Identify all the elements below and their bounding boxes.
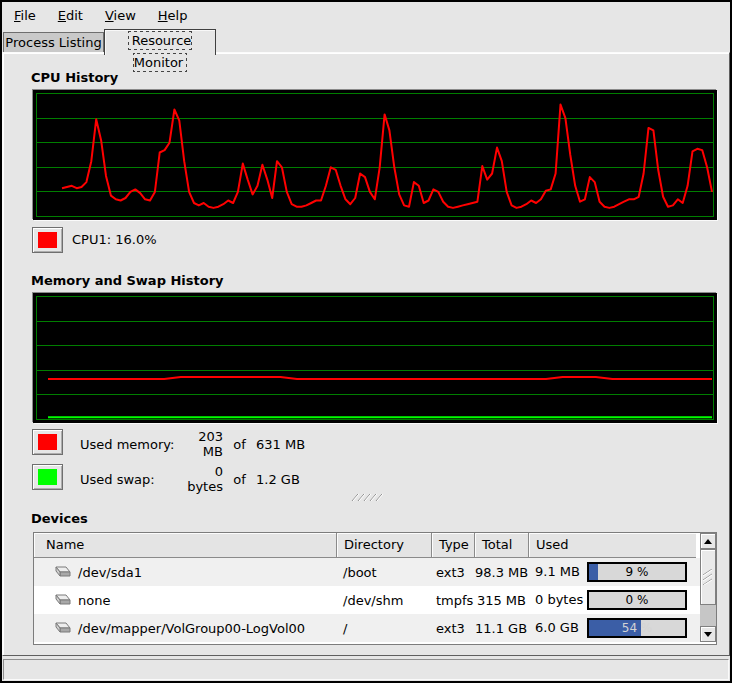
cpu-legend-label: CPU1: 16.0% (72, 227, 157, 253)
scrollbar-trough[interactable] (700, 605, 716, 626)
menu-help-label: elp (168, 8, 188, 23)
pane-resize-grip-icon[interactable] (351, 491, 387, 502)
menu-edit-label: dit (66, 8, 83, 23)
cpu-legend-swatch[interactable] (32, 227, 63, 253)
cpu-history-title: CPU History (31, 70, 118, 85)
menu-file-label: ile (21, 8, 36, 23)
used-swap-label: Used swap: (80, 472, 177, 487)
tab-bar: Process Listing Resource Monitor (2, 28, 730, 54)
menu-file[interactable]: File (6, 5, 44, 26)
column-header-name[interactable]: Name (34, 533, 337, 558)
usage-progress-bar: 54 % (587, 618, 687, 638)
menu-help[interactable]: Help (150, 5, 196, 26)
column-header-directory[interactable]: Directory (337, 533, 432, 558)
devices-title: Devices (31, 511, 88, 526)
device-total: 98.3 MB (475, 565, 529, 580)
cpu-history-graph (33, 90, 717, 220)
progress-percent-label: 0 % (589, 592, 685, 608)
used-memory-of: of (223, 437, 256, 452)
device-directory: /boot (337, 565, 432, 580)
scroll-up-button[interactable] (700, 533, 716, 549)
device-total: 315 MB (475, 593, 529, 608)
column-header-used[interactable]: Used (529, 533, 696, 558)
progress-percent-label: 54 % (589, 620, 685, 636)
arrow-up-icon (704, 539, 712, 544)
column-header-total[interactable]: Total (475, 533, 529, 558)
disk-drive-icon (53, 593, 72, 607)
scroll-down-button[interactable] (700, 626, 716, 642)
swap-legend-row: Used swap: 0 bytes of 1.2 GB (80, 464, 300, 490)
device-directory: / (337, 621, 432, 636)
used-memory-value: 203 MB (177, 429, 223, 459)
memory-history-graph (33, 293, 717, 423)
device-type: tmpfs (432, 593, 475, 608)
devices-table-header: Name Directory Type Total Used (34, 533, 716, 558)
disk-drive-icon (53, 621, 72, 635)
status-bar (3, 659, 729, 680)
device-total: 11.1 GB (475, 621, 529, 636)
device-used: 0 bytes (535, 586, 583, 614)
menu-view-label: iew (114, 8, 136, 23)
device-name: /dev/sda1 (78, 565, 142, 580)
swap-color-swatch (38, 469, 57, 485)
memory-legend-row: Used memory: 203 MB of 631 MB (80, 429, 305, 455)
thumb-grip-icon (703, 569, 713, 585)
memory-legend-swatch[interactable] (32, 429, 63, 455)
memory-color-swatch (38, 434, 57, 450)
tab-process-listing[interactable]: Process Listing (3, 32, 104, 54)
swap-legend-swatch[interactable] (32, 464, 63, 490)
menu-bar: File Edit View Help (2, 2, 730, 28)
memory-usage-line (48, 377, 712, 379)
menu-view-accel: V (105, 8, 114, 23)
menu-edit-accel: E (58, 8, 66, 23)
cpu-color-swatch (38, 232, 57, 248)
used-swap-value: 0 bytes (177, 464, 223, 494)
total-memory-value: 631 MB (256, 437, 305, 452)
progress-percent-label: 9 % (589, 564, 685, 580)
scrollbar-thumb[interactable] (700, 549, 716, 605)
usage-progress-bar: 9 % (587, 562, 687, 582)
device-row-volgroup[interactable]: /dev/mapper/VolGroup00-LogVol00 / ext3 1… (34, 614, 716, 642)
memory-grid-border (37, 297, 714, 420)
tab-resource-monitor[interactable]: Resource Monitor (104, 29, 216, 55)
device-directory: /dev/shm (337, 593, 432, 608)
menu-view[interactable]: View (97, 5, 144, 26)
device-name: none (78, 593, 110, 608)
device-type: ext3 (432, 565, 475, 580)
total-swap-value: 1.2 GB (256, 472, 300, 487)
usage-progress-bar: 0 % (587, 590, 687, 610)
cpu-usage-line (62, 105, 712, 208)
arrow-down-icon (704, 632, 712, 637)
devices-table: Name Directory Type Total Used /dev/sda1… (33, 532, 717, 645)
devices-scrollbar (700, 533, 716, 642)
tab-resource-monitor-label: Resource Monitor (129, 32, 192, 71)
used-swap-of: of (223, 472, 256, 487)
device-name: /dev/mapper/VolGroup00-LogVol00 (78, 621, 305, 636)
memory-history-title: Memory and Swap History (31, 273, 224, 288)
used-memory-label: Used memory: (80, 437, 177, 452)
device-used: 9.1 MB (535, 558, 580, 586)
tab-process-listing-label: Process Listing (5, 35, 101, 50)
menu-help-accel: H (158, 8, 168, 23)
disk-drive-icon (53, 565, 72, 579)
device-row-none[interactable]: none /dev/shm tmpfs 315 MB 0 bytes 0 % (34, 586, 716, 614)
menu-edit[interactable]: Edit (50, 5, 91, 26)
device-used: 6.0 GB (535, 614, 579, 642)
system-monitor-window: File Edit View Help Process Listing Reso… (0, 0, 732, 683)
device-row-sda1[interactable]: /dev/sda1 /boot ext3 98.3 MB 9.1 MB 9 % (34, 558, 716, 586)
device-type: ext3 (432, 621, 475, 636)
column-header-type[interactable]: Type (432, 533, 475, 558)
